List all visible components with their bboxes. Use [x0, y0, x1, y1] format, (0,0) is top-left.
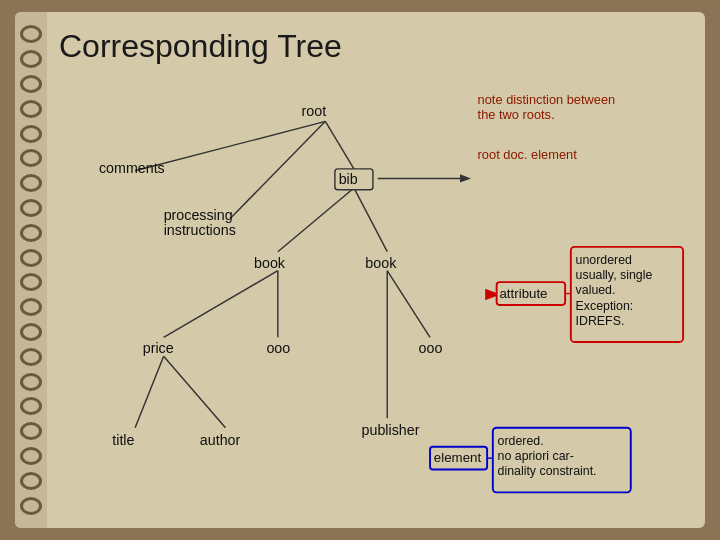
title-node: title [112, 432, 134, 448]
element-node: element [434, 450, 482, 465]
comments-node: comments [99, 160, 165, 176]
ring-8 [20, 199, 42, 217]
tree-diagram: root comments processing instructions bi… [59, 79, 685, 529]
root-doc-note: root doc. element [478, 147, 578, 162]
ring-1 [20, 25, 42, 43]
ellipsis-right: ooo [419, 340, 443, 356]
svg-line-10 [387, 271, 430, 338]
attribute-desc-2: usually, single [576, 268, 653, 282]
ring-11 [20, 273, 42, 291]
notebook: Corresponding Tree [15, 12, 705, 528]
author-node: author [200, 432, 241, 448]
ring-20 [20, 497, 42, 515]
processing-instructions-node: processing [164, 207, 233, 223]
ring-4 [20, 100, 42, 118]
ring-10 [20, 249, 42, 267]
attribute-node: attribute [499, 286, 547, 301]
svg-line-4 [354, 188, 387, 252]
svg-line-7 [135, 356, 164, 427]
ring-12 [20, 298, 42, 316]
processing-instructions-node-2: instructions [164, 223, 236, 239]
ring-6 [20, 149, 42, 167]
ring-9 [20, 224, 42, 242]
bib-node: bib [339, 171, 358, 187]
distinction-note-2: the two roots. [478, 107, 555, 122]
svg-line-1 [230, 121, 325, 218]
ellipsis-left: ooo [266, 340, 290, 356]
attribute-desc-1: unordered [576, 253, 632, 267]
element-desc-1: ordered. [498, 434, 544, 448]
element-desc-3: dinality constraint. [498, 464, 597, 478]
attribute-desc-4: Exception: [576, 299, 634, 313]
ring-14 [20, 348, 42, 366]
page-title: Corresponding Tree [59, 28, 685, 65]
attribute-desc-3: valued. [576, 283, 616, 297]
root-node: root [302, 103, 327, 119]
element-desc-2: no apriori car- [498, 449, 574, 463]
ring-19 [20, 472, 42, 490]
ring-18 [20, 447, 42, 465]
spiral-binding [15, 12, 47, 528]
ring-3 [20, 75, 42, 93]
ring-5 [20, 125, 42, 143]
book-right-node: book [365, 255, 397, 271]
svg-line-3 [278, 188, 354, 252]
page-content: Corresponding Tree [47, 12, 705, 528]
publisher-node: publisher [362, 422, 420, 438]
ring-16 [20, 397, 42, 415]
svg-line-5 [164, 271, 278, 338]
svg-line-8 [164, 356, 226, 427]
distinction-note-1: note distinction between [478, 92, 616, 107]
attribute-desc-5: IDREFS. [576, 314, 625, 328]
ring-2 [20, 50, 42, 68]
ring-13 [20, 323, 42, 341]
price-node: price [143, 340, 174, 356]
book-left-node: book [254, 255, 286, 271]
ring-15 [20, 373, 42, 391]
ring-7 [20, 174, 42, 192]
ring-17 [20, 422, 42, 440]
svg-line-2 [325, 121, 354, 169]
